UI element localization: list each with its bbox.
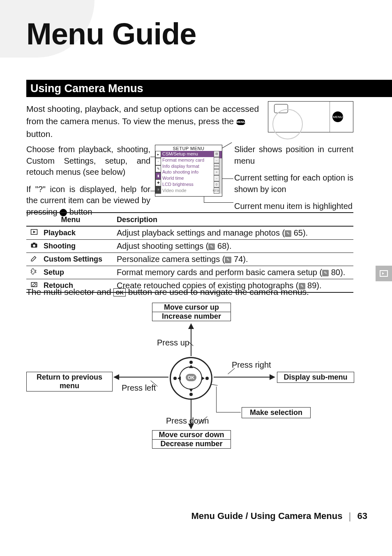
camera-illustration: MENU: [268, 101, 353, 132]
leader-line: [222, 142, 232, 148]
screen-title: SETUP MENU: [155, 145, 222, 151]
menu-item: CSM/Setup menu: [161, 151, 214, 157]
menu-item: Video mode: [161, 188, 214, 194]
page-ref-icon: ✎: [285, 230, 291, 237]
label-press-up: Press up: [157, 338, 189, 348]
footer-breadcrumb: Menu Guide / Using Camera Menus: [191, 511, 342, 521]
leader-line: [204, 202, 233, 203]
label-return-previous: Return to previous menu: [37, 373, 102, 390]
box-make-selection: Make selection: [242, 407, 311, 418]
menu-button-icon: MENU: [236, 119, 245, 125]
label-make-selection: Make selection: [250, 408, 302, 417]
menu-description: Format memory cards and perform basic ca…: [115, 266, 353, 279]
page-ref-icon: ✎: [225, 257, 231, 263]
tab-setup-icon: ▮: [155, 172, 161, 179]
tab-custom-icon: ✎: [155, 165, 161, 172]
callout-menus: Choose from playback, shooting, Custom S…: [26, 144, 150, 178]
th-description: Description: [115, 213, 353, 226]
tab-playback-icon: ▸: [155, 151, 161, 158]
menu-item: Info display format: [161, 163, 214, 169]
callout-slider: Slider shows position in current menu: [234, 144, 353, 167]
menu-value-icon: NTSC: [214, 188, 219, 194]
menu-description: Personalize camera settings (✎ 74).: [115, 253, 353, 266]
menu-item-list: CSM/Setup menuFormat memory cardInfo dis…: [161, 151, 214, 194]
label-press-down: Press down: [166, 416, 209, 426]
box-left: Return to previous menu: [26, 372, 113, 392]
menu-description-table: Menu Description PlaybackAdjust playback…: [26, 212, 353, 293]
ok-button-chip-icon: OK: [113, 288, 126, 297]
label-decrease-number: Decrease number: [152, 439, 231, 448]
arrow-left-icon: [114, 377, 168, 378]
table-row: Custom SettingsPersonalize camera settin…: [26, 253, 353, 266]
intro-part-a: Most shooting, playback, and setup optio…: [26, 104, 259, 126]
selector-intro-a: The multi selector and: [26, 287, 113, 297]
box-up: Move cursor up Increase number: [152, 303, 231, 321]
table-row: SetupFormat memory cards and perform bas…: [26, 266, 353, 279]
menu-value-icon: --: [214, 157, 219, 163]
menu-value-icon: 0: [214, 181, 219, 188]
page-number: 63: [357, 511, 367, 521]
box-down: Move cursor down Decrease number: [152, 430, 231, 449]
table-row: PlaybackAdjust playback settings and man…: [26, 226, 353, 240]
menu-value-icon: --: [214, 175, 219, 181]
tab-shooting-icon: ◦: [155, 158, 161, 165]
tab-retouch-icon: ✚: [155, 179, 161, 186]
menu-item: Format memory card: [161, 157, 214, 163]
menu-name: Playback: [42, 226, 115, 240]
menu-name: Setup: [42, 266, 115, 279]
menu-value-icons: ▧--Info≡--0NTSC: [214, 151, 219, 194]
shooting-icon: [26, 240, 42, 253]
menu-value-icon: Info: [214, 163, 219, 169]
tab-help-icon: ?: [155, 186, 161, 193]
label-press-right: Press right: [232, 360, 271, 370]
thumb-tab-playback-icon: [376, 266, 392, 281]
custom-icon: [26, 253, 42, 266]
page-ref-icon: ✎: [322, 270, 329, 276]
leader-line: [150, 191, 157, 191]
menu-description: Adjust playback settings and manage phot…: [115, 226, 353, 240]
page-title: Menu Guide: [26, 16, 196, 51]
section-heading: Using Camera Menus: [26, 80, 392, 97]
box-right: Display sub-menu: [277, 372, 354, 383]
svg-rect-3: [33, 243, 35, 244]
playback-icon: [26, 226, 42, 240]
left-callouts: Choose from playback, shooting, Custom S…: [26, 144, 150, 224]
svg-point-4: [33, 245, 35, 247]
menu-name: Custom Settings: [42, 253, 115, 266]
menu-name: Shooting: [42, 240, 115, 253]
leader-line: [216, 412, 241, 412]
menu-item: Auto shooting info: [161, 169, 214, 175]
multi-selector-diagram: Move cursor up Increase number Move curs…: [26, 303, 353, 452]
leader-line: [228, 368, 235, 374]
leader-line: [150, 157, 155, 157]
setup-menu-screenshot: SETUP MENU ▸ ◦ ✎ ▮ ✚ ? CSM/Setup menuFor…: [155, 145, 222, 197]
page-ref-icon: ✎: [208, 243, 215, 250]
label-press-left: Press left: [122, 383, 156, 393]
menu-item: LCD brightness: [161, 181, 214, 188]
label-move-cursor-up: Move cursor up: [164, 303, 219, 311]
arrow-down-icon: [191, 399, 191, 429]
leader-line: [204, 197, 204, 202]
menu-item: World time: [161, 175, 214, 181]
intro-part-b: button.: [26, 129, 53, 139]
callout-highlight: Current menu item is highlighted: [234, 201, 353, 212]
selector-intro: The multi selector and OK button are use…: [26, 287, 309, 297]
label-move-cursor-down: Move cursor down: [159, 431, 224, 439]
multi-selector-icon: OK: [170, 357, 212, 400]
label-display-submenu: Display sub-menu: [284, 373, 347, 381]
label-increase-number: Increase number: [152, 312, 231, 321]
leader-line: [216, 387, 217, 412]
page-footer: Menu Guide / Using Camera Menus 63: [0, 511, 367, 521]
camera-menu-button-icon: MENU: [332, 111, 343, 122]
menu-value-icon: ≡: [214, 169, 219, 175]
table-row: ShootingAdjust shooting settings (✎ 68).: [26, 240, 353, 253]
selector-intro-b: button are used to navigate the camera m…: [128, 287, 309, 297]
menu-description: Adjust shooting settings (✎ 68).: [115, 240, 353, 253]
setup-icon: [26, 266, 42, 279]
svg-marker-1: [33, 231, 36, 233]
menu-scrollbar: [219, 151, 222, 194]
right-callouts: Slider shows position in current menu Cu…: [234, 144, 353, 218]
leader-line: [222, 178, 233, 179]
callout-setting-icon: Current setting for each option is shown…: [234, 172, 353, 195]
arrow-up-icon: [191, 324, 191, 356]
